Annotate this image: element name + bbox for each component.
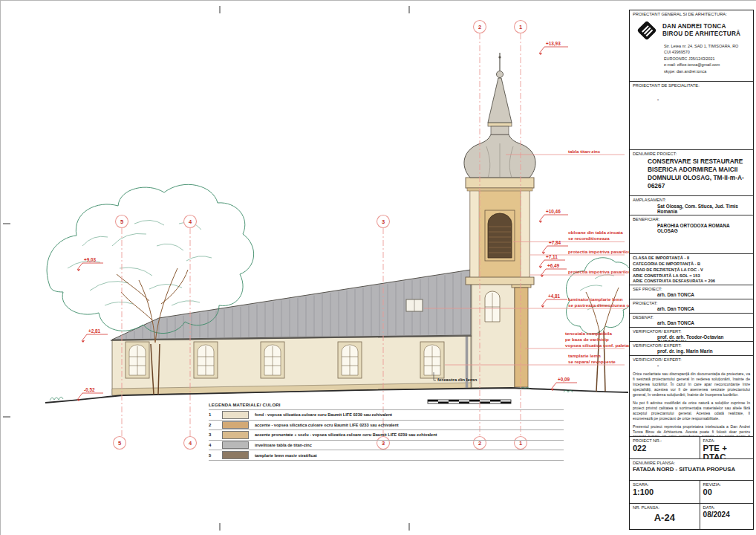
pilaster-right bbox=[521, 188, 529, 279]
tb-architect-label: PROIECTANT GENERAL SI DE ARHITECTURA: bbox=[633, 12, 750, 16]
svg-text:2: 2 bbox=[478, 24, 481, 30]
firm-address: Str. Letea nr. 24, SAD 1, TIMISOARA, ROC… bbox=[633, 43, 750, 74]
legend-row: 4 invelitoare tabla de titan-zinc bbox=[209, 441, 564, 451]
nave-window bbox=[126, 342, 149, 378]
tb-role-value: arh. Dan TONCA bbox=[633, 306, 750, 311]
tb-role-row: SEF PROIECT: arh. Dan TONCA bbox=[630, 285, 753, 299]
axis-bubble-mid-4: 4 bbox=[184, 215, 197, 228]
tb-section-architect: PROIECTANT GENERAL SI DE ARHITECTURA: DA… bbox=[630, 10, 753, 82]
svg-text:5: 5 bbox=[120, 218, 123, 225]
svg-text:1: 1 bbox=[519, 24, 522, 30]
tb-site-value: Sat Olosag, Com. Stiuca, Jud. Timis Roma… bbox=[633, 204, 750, 214]
svg-text:se reconditioneaza: se reconditioneaza bbox=[568, 236, 610, 241]
tb-role-label: VERIFICATOR/ EXPERT: bbox=[633, 357, 750, 362]
tb-beneficiary-label: BENEFICIAR: bbox=[633, 217, 750, 221]
tb-role-row: DESENAT: arh. Dan TONCA bbox=[630, 314, 753, 328]
tb-project-nr: 022 bbox=[633, 444, 697, 453]
tb-class-line: ARIE CONSTRUITA DESFASURATA = 206 bbox=[633, 279, 750, 285]
cornice-bottom bbox=[466, 277, 534, 285]
tb-role-row: VERIFICATOR/ EXPERT: prof. dr. arh. Teod… bbox=[630, 328, 753, 342]
svg-text:vopsea silicatica conf. paleta: vopsea silicatica conf. paletar bbox=[565, 343, 630, 348]
legend-row: 1 fond - vopsea silicatica culoare ocru … bbox=[209, 409, 564, 421]
spire-finial bbox=[498, 56, 501, 58]
label-protectie-pasari-jos: protectia impotriva pasarilor bbox=[529, 269, 630, 275]
tb-section-sheet-name: DENUMIRE PLANSA: FATADA NORD - SITUATIA … bbox=[630, 459, 753, 481]
tb-role-value: prof. dr. ing. Marin Marin bbox=[633, 348, 750, 354]
nave-window bbox=[261, 342, 284, 378]
tb-role-value: arh. Dan TONCA bbox=[633, 292, 750, 297]
legend-title: LEGENDA MATERIALE/ CULORI bbox=[209, 403, 564, 407]
axis-bubble-mid-3: 3 bbox=[377, 215, 390, 228]
tb-disclaimer-paragraph: Prezentul proiect reprezinta proprietate… bbox=[633, 424, 750, 437]
tb-section-project: DENUMIRE PROIECT: CONSERVARE SI RESTAURA… bbox=[630, 150, 753, 196]
tb-class-line: ARIE CONSTRUITĂ LA SOL = 153 bbox=[633, 273, 750, 279]
tb-role-label: VERIFICATOR/ EXPERT: bbox=[633, 329, 750, 334]
tower bbox=[464, 53, 535, 388]
legend-item-number: 3 bbox=[209, 432, 222, 437]
tb-role-value: - bbox=[633, 363, 750, 368]
svg-text:protectia impotriva pasarilor: protectia impotriva pasarilor bbox=[568, 249, 630, 254]
legend-item-text: fond - vopsea silicatica culoare ocru Ba… bbox=[249, 412, 564, 417]
svg-text:pe baza de var/nisip: pe baza de var/nisip bbox=[565, 337, 609, 342]
svg-text:tencuiala compatibila: tencuiala compatibila bbox=[565, 331, 612, 336]
tb-disclaimer-paragraph: Orice neclaritate sau discrepanță din do… bbox=[633, 372, 750, 398]
tower-base-window bbox=[485, 291, 500, 322]
legend-row: 5 tamplarie lemn masiv stratificat bbox=[209, 450, 564, 461]
tb-role-label: VERIFICATOR/ EXPERT: bbox=[633, 343, 750, 348]
svg-text:+7,84: +7,84 bbox=[549, 240, 561, 246]
firm-name: DAN ANDREI TONCA BIROU DE ARHITECTURĂ bbox=[662, 23, 740, 39]
firm-logo-icon bbox=[636, 19, 658, 42]
firm-address-line: EUROONRC J35/1243/2021 bbox=[664, 56, 750, 62]
tb-role-label: PROIECTAT: bbox=[633, 301, 750, 305]
svg-text:+2,81: +2,81 bbox=[88, 328, 101, 334]
svg-text:+9,03: +9,03 bbox=[84, 257, 97, 263]
elevation-tower-cornice: +10,46 bbox=[539, 209, 568, 223]
tb-section-disclaimer: Orice neclaritate sau discrepanță din do… bbox=[630, 370, 753, 437]
tb-phase: PTE + DTAC bbox=[703, 444, 750, 459]
tb-specialty-label: PROIECTANT DE SPECIALITATE: bbox=[633, 83, 750, 88]
legend-item-text: tamplarie lemn masiv stratificat bbox=[249, 453, 564, 458]
legend-color-swatch bbox=[222, 421, 249, 429]
tb-class-line: CATEGORIA DE IMPORTANȚĂ - B bbox=[633, 262, 750, 268]
tb-project-title: CONSERVARE SI RESTAURARE BISERICA ADORMI… bbox=[633, 158, 750, 190]
svg-text:+6,49: +6,49 bbox=[547, 263, 560, 269]
tb-specialty-value: - bbox=[633, 97, 750, 102]
tree-right-branches bbox=[586, 288, 619, 331]
pilaster-left bbox=[470, 188, 479, 279]
tower-belfry bbox=[466, 178, 534, 285]
legend-color-swatch bbox=[222, 441, 249, 450]
legend-color-swatch bbox=[222, 431, 249, 439]
roof-skylight bbox=[406, 299, 423, 311]
svg-text:obloane din tabla zincata: obloane din tabla zincata bbox=[568, 230, 623, 235]
firm-address-line: skype: dan.andrei.tonca bbox=[664, 68, 750, 74]
tb-revision-label: REVIZIA: bbox=[703, 482, 750, 487]
tb-phase-label: FAZA: bbox=[703, 438, 750, 443]
tb-section-sheetnr-date: NR. PLANSA: A-24 DATA: 08/2024 bbox=[630, 504, 753, 529]
tb-project-label: DENUMIRE PROIECT: bbox=[633, 152, 750, 156]
tb-beneficiary-value: PAROHIA ORTODOXA ROMANA OLOSAG bbox=[633, 223, 750, 233]
nave-wall bbox=[112, 336, 471, 395]
spire-ball bbox=[497, 71, 504, 78]
materials-legend: LEGENDA MATERIALE/ CULORI 1 fond - vopse… bbox=[209, 403, 564, 461]
legend-item-number: 1 bbox=[209, 412, 222, 417]
tb-section-beneficiary: BENEFICIAR: PAROHIA ORTODOXA ROMANA OLOS… bbox=[630, 215, 753, 254]
axis-bubble-bottom-5: 5 bbox=[114, 437, 126, 450]
tb-role-label: SEF PROIECT: bbox=[633, 287, 750, 291]
tb-role-row: VERIFICATOR/ EXPERT: prof. dr. ing. Mari… bbox=[630, 342, 753, 356]
legend-item-number: 2 bbox=[209, 423, 222, 427]
label-tencuiala: tencuiala compatibila pe baza de var/nis… bbox=[525, 331, 630, 348]
tb-date-value: 08/2024 bbox=[703, 510, 750, 519]
tb-disclaimer-paragraph: Nu pot fi admise modificări de orice nat… bbox=[633, 401, 750, 421]
axis-bubble-top-2: 2 bbox=[474, 21, 486, 33]
firm-address-line: CUI 43969570 bbox=[664, 49, 750, 55]
legend-rows: 1 fond - vopsea silicatica culoare ocru … bbox=[209, 409, 564, 461]
firm-address-line: Str. Letea nr. 24, SAD 1, TIMISOARA, RO bbox=[664, 43, 750, 49]
tb-class-line: CLASA DE IMPORTANȚĂ - II bbox=[633, 256, 750, 262]
firm-address-line: e-mail: office.tonca@gmail.com bbox=[664, 62, 750, 68]
tb-sheet-nr-label: NR. PLANSA: bbox=[633, 505, 697, 510]
tb-section-nr-faza: PROIECT NR.: 022 FAZA: PTE + DTAC bbox=[630, 437, 753, 459]
legend-item-text: accente pronuntate + soclu - vopsea sili… bbox=[249, 432, 564, 437]
title-block: PROIECTANT GENERAL SI DE ARHITECTURA: DA… bbox=[629, 10, 754, 530]
legend-row: 3 accente pronuntate + soclu - vopsea si… bbox=[209, 430, 564, 441]
tb-section-specialty: PROIECTANT DE SPECIALITATE: - bbox=[630, 82, 753, 150]
